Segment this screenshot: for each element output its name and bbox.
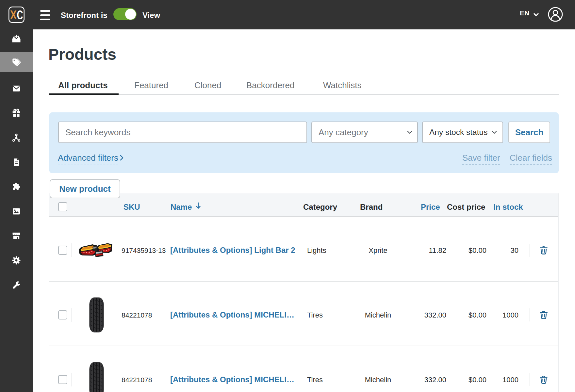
svg-text:X: X	[10, 8, 17, 22]
svg-text:C: C	[17, 8, 23, 22]
